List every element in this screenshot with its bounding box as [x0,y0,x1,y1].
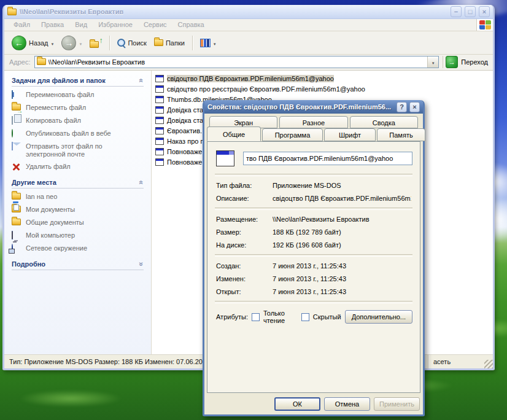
minimize-button[interactable] [451,6,462,17]
forward-dropdown-icon [79,39,82,47]
task-pane: Задачи для файлов и папок Переименовать … [4,71,152,354]
readonly-checkbox[interactable] [252,313,260,321]
msdos-file-icon [155,106,164,114]
menu-view[interactable]: Вид [69,19,93,31]
cancel-button[interactable]: Отмена [324,397,370,411]
task-delete-file[interactable]: Удалить файл [12,163,144,171]
task-copy-file[interactable]: Копировать файл [12,117,144,125]
address-bar: Адрес: \\Neo\lan\Реквизиты Евроактив Пер… [4,55,493,71]
dialog-buttons: ОК Отмена Применить [204,394,423,414]
file-row[interactable]: свідоцтво ПДВ Євроактив.PDF.milenium56m1… [152,73,493,84]
grass-highlight [18,390,123,407]
tab-general[interactable]: Общие [207,126,261,141]
dialog-close-button[interactable] [409,102,420,112]
field-accessed: Открыт: 7 июня 2013 г., 11:25:43 [216,288,411,295]
advanced-button[interactable]: Дополнительно... [345,310,412,324]
back-dropdown-icon[interactable] [51,39,55,47]
separator [215,254,412,257]
help-button[interactable] [397,102,407,112]
maximize-button[interactable] [465,6,476,17]
menu-help[interactable]: Справка [172,19,210,31]
expand-chevron-icon[interactable] [139,261,144,267]
views-dropdown-icon [213,39,217,47]
ok-button[interactable]: ОК [274,397,320,411]
msdos-file-icon [155,85,164,93]
menu-edit[interactable]: Правка [36,19,69,31]
tab-font[interactable]: Шрифт [324,128,376,141]
place-my-computer[interactable]: Мой компьютер [12,231,144,240]
hidden-checkbox[interactable] [301,313,309,321]
window-title: \\Neo\lan\Реквизиты Евроактив [20,8,447,15]
field-size-on-disk: На диске: 192 КБ (196 608 байт) [216,241,411,249]
field-created: Создан: 7 июня 2013 г., 11:25:43 [216,262,411,270]
close-button[interactable] [479,6,490,17]
other-places-section: Другие места lan на neo Мои документы Об… [12,179,144,253]
dialog-titlebar[interactable]: Свойства: свідоцтво ПДВ Євроактив.PDF.mi… [204,100,423,114]
collapse-chevron-icon[interactable] [139,77,144,84]
task-email-file[interactable]: Отправить этот файл по электронной почте [12,142,144,158]
place-my-documents[interactable]: Мои документы [12,206,144,214]
explorer-titlebar[interactable]: \\Neo\lan\Реквизиты Евроактив [4,5,493,19]
tab-summary[interactable]: Сводка [350,116,418,128]
resize-grip[interactable] [484,360,493,368]
details-section: Подробно [12,260,144,270]
address-combo[interactable]: \\Neo\lan\Реквизиты Евроактив [34,56,439,68]
place-lan-on-neo[interactable]: lan на neo [12,193,144,201]
shared-folder-icon [12,193,21,200]
search-button[interactable]: Поиск [115,37,149,48]
menu-favorites[interactable]: Избранное [93,19,138,31]
up-folder-icon: ↑ [90,38,102,48]
properties-dialog: Свойства: свідоцтво ПДВ Євроактив.PDF.mi… [203,100,425,416]
network-icon [12,244,13,252]
task-publish-file[interactable]: Опубликовать файл в вебе [12,130,144,138]
tab-misc[interactable]: Разное [279,116,347,128]
place-shared-documents[interactable]: Общие документы [12,219,144,227]
filename-input[interactable] [243,152,412,165]
separator [215,301,412,303]
my-computer-icon [12,231,13,239]
tab-memory[interactable]: Память [377,128,425,141]
attributes-label: Атрибуты: [216,313,248,321]
go-label: Переход [461,58,488,66]
status-zone: асеть [428,355,493,368]
back-button[interactable]: Назад [9,34,56,52]
go-arrow-icon [446,56,458,68]
details-title: Подробно [12,260,45,268]
file-row[interactable]: свідоцтво про реєстрацію Євроатив.PDF.mi… [152,84,493,94]
go-button[interactable]: Переход [443,56,488,68]
menu-file[interactable]: Файл [8,19,36,31]
menu-tools[interactable]: Сервис [138,19,172,31]
tab-program[interactable]: Программа [262,128,323,141]
collapse-chevron-icon[interactable] [139,179,144,185]
readonly-label: Только чтение [263,309,298,324]
task-rename-file[interactable]: Переименовать файл [12,91,144,99]
my-documents-icon [12,206,21,212]
views-grid-icon [200,39,211,47]
forward-button[interactable] [59,34,85,52]
msdos-file-icon [155,148,164,155]
dialog-title: Свойства: свідоцтво ПДВ Євроактив.PDF.mi… [207,103,394,111]
back-arrow-icon [12,36,26,50]
field-description: Описание: свідоцтво ПДВ Євроактив.PDF.mi… [216,195,411,202]
folders-button[interactable]: Папки [152,38,187,48]
msdos-file-icon [155,127,164,134]
msdos-file-icon [155,158,164,166]
msdos-file-icon [155,117,164,124]
toolbar-separator [192,36,193,50]
task-move-file[interactable]: Переместить файл [12,104,144,112]
msdos-file-icon [155,138,164,145]
views-button[interactable] [198,37,219,49]
up-button[interactable]: ↑ [87,37,104,49]
msdos-file-icon [155,75,164,82]
folder-icon [7,9,17,15]
msdos-file-icon [155,96,164,103]
separator [215,174,412,176]
place-network[interactable]: Сетевое окружение [12,244,144,253]
address-dropdown-button[interactable] [427,56,438,68]
file-tasks-title: Задачи для файлов и папок [12,77,106,84]
separator [215,208,412,210]
address-folder-icon [37,58,46,65]
apply-button: Применить [374,397,420,411]
toolbar-separator [109,36,110,50]
address-value[interactable]: \\Neo\lan\Реквизиты Евроактив [48,58,425,66]
